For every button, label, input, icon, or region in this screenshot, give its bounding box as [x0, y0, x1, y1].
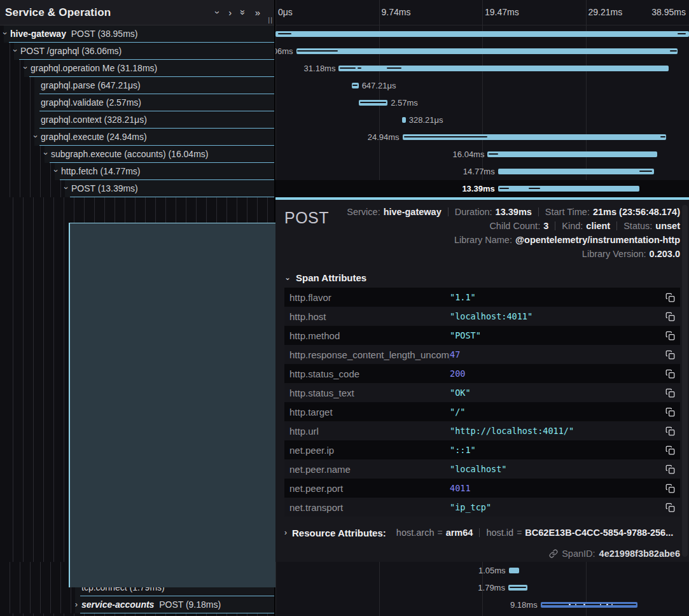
meta-line: Service:hive-gatewayDuration:13.39msStar… [347, 205, 680, 219]
collapse-all-icon[interactable]: » [240, 8, 246, 17]
copy-button[interactable] [664, 425, 676, 437]
meta-value: 13.39ms [496, 207, 532, 217]
timeline-row[interactable]: 1.79ms [275, 579, 689, 596]
chevron-down-icon[interactable]: › [1, 29, 9, 38]
chevron-down-icon[interactable]: › [52, 167, 60, 175]
copy-button[interactable] [664, 482, 676, 494]
service-name: hive-gateway [10, 29, 71, 39]
operation-name: POST (38.95ms) [71, 29, 138, 39]
timeline-row[interactable]: 1.05ms [275, 562, 689, 579]
chevron-down-icon[interactable]: › [22, 64, 29, 72]
duration-label: 31.18ms [304, 60, 336, 77]
meta-label: Library Name: [454, 235, 512, 245]
selected-span-detail-spacer [69, 223, 275, 587]
chevron-down-icon[interactable]: › [216, 8, 219, 17]
span-tree-row[interactable]: ›subgraph.execute (accounts) (16.04ms) [0, 146, 274, 163]
chevron-down-icon[interactable]: › [32, 132, 39, 141]
timeline-row[interactable]: 9.18ms [275, 596, 689, 613]
span-bar[interactable] [498, 186, 639, 192]
meta-line: Library Name:@opentelemetry/instrumentat… [454, 233, 680, 247]
timeline-row[interactable] [275, 25, 689, 43]
ruler-tick-label: 9.74ms [382, 7, 411, 17]
span-tree-row[interactable]: graphql.validate (2.57ms) [0, 94, 274, 111]
expand-all-icon[interactable]: » [255, 8, 260, 17]
span-tree-row[interactable]: ›graphql.execute (24.94ms) [0, 129, 274, 146]
attribute-key: http.host [289, 311, 450, 322]
span-bar[interactable] [498, 169, 655, 174]
copy-button[interactable] [664, 406, 676, 418]
attribute-row: http.method"POST" [284, 326, 680, 345]
span-tree-row[interactable]: graphql.parse (647.21μs) [0, 77, 274, 94]
ruler-tick-label: 38.95ms [651, 7, 686, 17]
span-label: graphql.execute (24.94ms) [0, 129, 274, 145]
span-label: service-accounts POST (9.18ms) [0, 596, 274, 613]
ruler-tick-label: 0μs [278, 7, 293, 17]
copy-button[interactable] [664, 330, 676, 342]
copy-button[interactable] [664, 463, 676, 475]
detail-scrollbar[interactable] [682, 205, 688, 557]
attribute-value: 47 [450, 349, 664, 360]
resource-key: host.arch [396, 528, 435, 538]
span-tree-row[interactable]: ›service-accounts POST (9.18ms) [0, 596, 274, 613]
span-tree-row[interactable]: ›http.fetch (14.77ms) [0, 163, 274, 180]
span-bar[interactable] [296, 48, 678, 54]
panel-resize-handle[interactable]: || [268, 16, 273, 24]
operation-name: graphql.execute (24.94ms) [41, 132, 147, 142]
operation-name: graphql.parse (647.21μs) [41, 80, 141, 90]
span-tree-row[interactable]: ›hive-gateway POST (38.95ms) [0, 25, 274, 43]
chevron-right-icon[interactable]: › [73, 600, 80, 608]
meta-divider [616, 221, 617, 230]
copy-button[interactable] [664, 311, 676, 323]
timeline-row[interactable]: 16.04ms [275, 146, 689, 163]
span-tree-row[interactable]: ›POST (13.39ms) [0, 180, 274, 197]
span-tree-main: ›hive-gateway POST (38.95ms)›POST /graph… [0, 25, 274, 197]
bar-self-time-mark [404, 136, 487, 137]
chevron-down-icon[interactable]: › [62, 184, 70, 192]
copy-button[interactable] [664, 387, 676, 399]
attribute-row: net.transport"ip_tcp" [284, 498, 680, 517]
attribute-row: net.peer.name"localhost" [284, 459, 680, 479]
link-icon[interactable] [549, 549, 558, 558]
span-bar[interactable] [487, 151, 657, 157]
timeline-row[interactable]: 31.18ms [275, 60, 689, 77]
meta-value: unset [655, 221, 680, 231]
bar-self-time-mark [358, 67, 361, 69]
span-tree-row[interactable]: graphql.context (328.21μs) [0, 111, 274, 129]
timeline-row[interactable]: 14.77ms [275, 163, 689, 180]
span-bar[interactable] [402, 117, 406, 123]
chevron-down-icon[interactable]: › [11, 46, 19, 55]
attribute-key: http.status_code [289, 368, 450, 379]
span-tree-row[interactable]: ›POST /graphql (36.06ms) [0, 43, 274, 60]
copy-button[interactable] [664, 368, 676, 380]
resource-attributes-row[interactable]: › Resource Attributes: host.arch=arm64ho… [284, 524, 680, 541]
span-label: POST (13.39ms) [0, 180, 274, 197]
timeline-row[interactable]: 2.57ms [275, 94, 689, 111]
attribute-row: http.target"/" [284, 402, 680, 421]
copy-button[interactable] [664, 349, 676, 361]
copy-button[interactable] [664, 444, 676, 456]
bar-self-time-mark [660, 136, 665, 137]
span-attributes-header[interactable]: ⌄ Span Attributes [284, 270, 680, 285]
copy-button[interactable] [664, 501, 676, 514]
timeline-row[interactable]: 328.21μs [275, 111, 689, 129]
span-bar[interactable] [509, 568, 520, 573]
attribute-key: http.method [289, 330, 450, 341]
span-tree-row[interactable]: ›graphql.operation Me (31.18ms) [0, 60, 274, 77]
chevron-right-icon[interactable]: › [228, 8, 232, 17]
row-underline [80, 613, 274, 613]
attribute-key: net.peer.port [289, 483, 450, 494]
timeline-row[interactable]: 36.06ms [275, 43, 689, 60]
chevron-down-icon[interactable]: › [42, 150, 50, 158]
copy-button[interactable] [664, 291, 676, 304]
span-bar[interactable] [275, 31, 689, 37]
timeline-row[interactable]: 24.94ms [275, 129, 689, 146]
timeline-row[interactable]: 647.21μs [275, 77, 689, 94]
operation-name: POST (9.18ms) [159, 599, 221, 610]
duration-label: 9.18ms [510, 596, 538, 613]
bar-self-time-mark [542, 604, 636, 605]
meta-label: Start Time: [545, 207, 590, 217]
bar-self-time-mark [529, 188, 540, 189]
attribute-row: net.peer.port4011 [284, 479, 680, 498]
bar-event-dot [583, 604, 585, 605]
timeline-row[interactable]: 13.39ms [275, 180, 689, 197]
